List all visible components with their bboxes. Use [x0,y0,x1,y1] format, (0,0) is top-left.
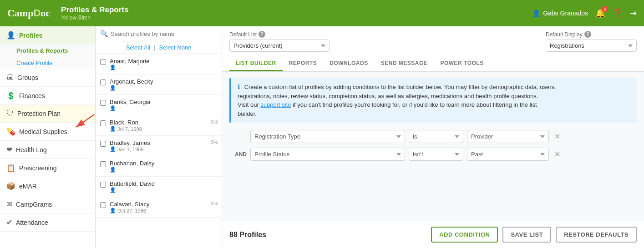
groups-icon: 🏛 [6,74,14,82]
sidebar: 👤 Profiles Profiles & Reports Create Pro… [0,26,96,248]
select-bar: Select All | Select None [96,41,222,54]
profile-info: Butterfield, David 👤 [110,180,217,193]
sidebar-item-profiles[interactable]: 👤 Profiles [0,26,95,45]
info-text-2: registrations, notes, review status, com… [238,93,538,99]
profile-info: Argonaut, Becky 👤 [110,78,217,91]
save-list-button[interactable]: SAVE LIST [502,227,551,243]
remove-condition-button[interactable]: ✕ [553,131,562,142]
sidebar-item-emar[interactable]: 📦 eMAR [0,177,95,195]
emar-icon: 📦 [6,182,15,190]
condition-field-select[interactable]: Registration TypeProfile StatusAgeGender [250,130,405,143]
profile-name: Calavari, Stacy [110,201,217,208]
profile-sub: 👤 [110,105,217,111]
help-icon[interactable]: ❓ [613,8,623,18]
condition-row: Registration TypeProfile StatusAgeGender… [229,130,637,143]
add-condition-button[interactable]: ADD CONDITION [431,227,498,243]
list-item[interactable]: Butterfield, David 👤 [96,177,222,197]
sidebar-item-attendance[interactable]: ✔ Attendance [0,213,95,232]
person-icon: 👤 [110,85,116,91]
profile-name: Bradley, James [110,139,217,146]
condition-field-select[interactable]: Registration TypeProfile StatusAgeGender [250,148,405,161]
person-icon: 👤 [110,167,116,173]
list-item[interactable]: Calavari, Stacy 👤 Oct 27, 1986 0% [96,197,222,218]
profile-info: Calavari, Stacy 👤 Oct 27, 1986 [110,201,217,213]
remove-condition-button[interactable]: ✕ [553,149,562,159]
sidebar-item-protection-plan[interactable]: 🛡 Protection Plan [0,105,95,123]
condition-operator-select[interactable]: isisn'tcontains [409,148,463,161]
profile-list-panel: 🔍 Select All | Select None Anast, Marjor… [96,26,222,248]
profile-sub: 👤 Jul 7, 1998 [110,126,217,132]
profile-checkbox[interactable] [100,141,106,147]
default-list-group: Default List ? Providers (current) All P… [229,31,330,52]
default-selects: Default List ? Providers (current) All P… [229,31,637,52]
list-item[interactable]: Banks, Georgia 👤 [96,95,222,115]
list-item[interactable]: Anast, Marjorie 👤 [96,54,222,74]
profile-pct: 0% [211,139,218,145]
person-icon: 👤 [110,208,116,213]
info-text-5: builder. [238,110,257,117]
sidebar-item-campgrams[interactable]: ✉ CampGrams [0,195,95,213]
sidebar-item-medical-supplies[interactable]: 💊 Medical Supplies [0,123,95,141]
sidebar-item-prescreening[interactable]: 📋 Prescreening [0,159,95,177]
select-none-button[interactable]: Select None [159,44,192,51]
profile-sub: 👤 Oct 27, 1986 [110,208,217,213]
sidebar-item-groups[interactable]: 🏛 Groups [0,69,95,87]
tab-reports[interactable]: REPORTS [283,56,324,71]
profile-sub: 👤 [110,64,217,70]
condition-value-select[interactable]: PastActiveUpcoming [467,148,549,161]
default-display-label: Default Display ? [546,31,637,38]
search-input[interactable] [111,30,217,37]
profile-list: Anast, Marjorie 👤 Argonaut, Becky 👤 Bank… [96,54,222,248]
profile-checkbox[interactable] [100,182,106,188]
tab-list-builder[interactable]: LIST BUILDER [229,56,283,71]
default-list-select[interactable]: Providers (current) All Profiles Active [229,40,330,52]
user-menu[interactable]: 👤 Gabs Granados [532,10,588,17]
condition-row: AND Registration TypeProfile StatusAgeGe… [229,148,637,161]
health-log-label: Health Log [16,146,47,154]
tab-send-message[interactable]: SEND MESSAGE [375,56,434,71]
tab-downloads[interactable]: DOWNLOADS [323,56,375,71]
sidebar-subitem-profiles-reports[interactable]: Profiles & Reports [0,45,95,57]
default-display-help-icon[interactable]: ? [584,31,591,38]
profile-checkbox[interactable] [100,202,106,208]
support-site-link[interactable]: support site [260,101,291,108]
notification-badge: 6 [602,6,608,12]
person-icon: 👤 [110,146,116,152]
profile-checkbox[interactable] [100,120,106,126]
profile-checkbox[interactable] [100,100,106,106]
list-item[interactable]: Argonaut, Becky 👤 [96,74,222,95]
profile-pct: 0% [211,119,218,124]
sidebar-item-finances[interactable]: 💲 Finances [0,87,95,105]
condition-operator-select[interactable]: isis notcontains [409,130,463,143]
profile-checkbox[interactable] [100,79,106,85]
finances-label: Finances [19,92,45,99]
person-icon: 👤 [110,105,116,111]
page-title: Profiles & Reports [61,5,532,15]
conditions-container: Registration TypeProfile StatusAgeGender… [229,130,637,161]
sidebar-item-health-log[interactable]: ❤ Health Log [0,141,95,159]
logout-icon[interactable]: ⇥ [630,8,637,18]
username: Gabs Granados [543,10,588,17]
notifications-icon[interactable]: 🔔 6 [595,8,605,18]
sidebar-subitem-create-profile[interactable]: Create Profile [0,57,95,69]
list-item[interactable]: Bradley, James 👤 Jan 1, 1959 0% [96,136,222,156]
condition-value-select[interactable]: ProviderCamperStaff [467,130,549,143]
emar-label: eMAR [19,183,37,190]
profile-name: Banks, Georgia [110,99,217,105]
profile-checkbox[interactable] [100,59,106,65]
list-item[interactable]: Black, Ron 👤 Jul 7, 1998 0% [96,115,222,136]
profile-checkbox[interactable] [100,161,106,167]
profile-sub: 👤 Jan 1, 1959 [110,146,217,152]
tab-power-tools[interactable]: POWER TOOLS [434,56,490,71]
default-list-help-icon[interactable]: ? [259,31,265,38]
default-list-label: Default List ? [229,31,330,38]
content-body: ℹ Create a custom list of profiles by ad… [222,72,644,221]
info-text-1: Create a custom list of profiles by addi… [244,84,556,90]
default-display-select[interactable]: Registrations Demographics Health [546,40,637,52]
profile-name: Argonaut, Becky [110,78,217,85]
select-all-button[interactable]: Select All [126,44,150,51]
profile-info: Banks, Georgia 👤 [110,99,217,111]
main-layout: 👤 Profiles Profiles & Reports Create Pro… [0,26,644,248]
restore-defaults-button[interactable]: RESTORE DEFAULTS [556,227,637,243]
list-item[interactable]: Buchanan, Daisy 👤 [96,156,222,177]
